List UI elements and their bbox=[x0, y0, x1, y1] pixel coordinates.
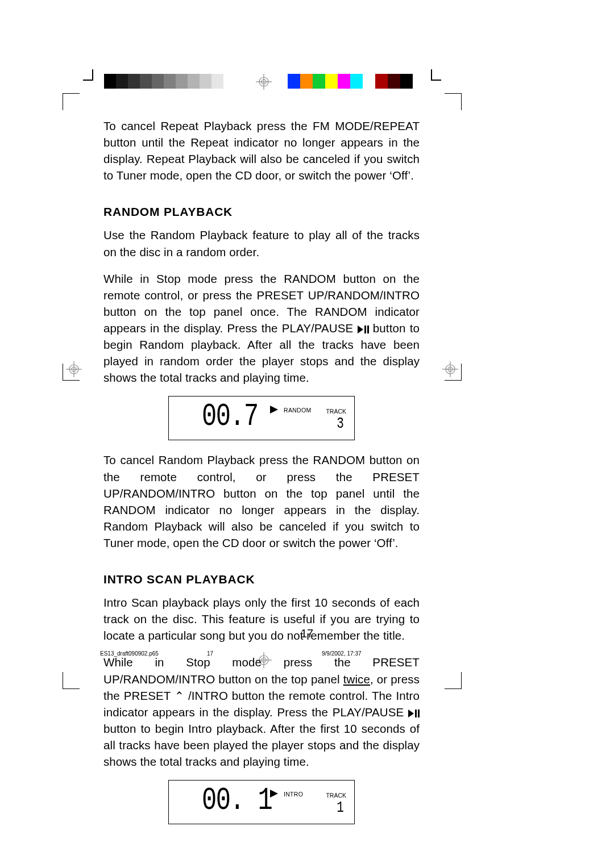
crop-bl bbox=[63, 672, 80, 689]
crop-tick bbox=[431, 69, 432, 80]
svg-rect-18 bbox=[367, 326, 369, 333]
para-random-main: While in Stop mode press the RANDOM butt… bbox=[103, 270, 420, 386]
svg-marker-23 bbox=[270, 790, 278, 798]
footer-filename: ES13_draft090902.p65 bbox=[100, 650, 159, 657]
lcd-display-random: 00.7 RANDOM TRACK 3 bbox=[168, 396, 355, 440]
page-number: 17 bbox=[0, 627, 614, 640]
play-pause-icon bbox=[408, 710, 420, 717]
para-random-intro: Use the Random Playback feature to play … bbox=[103, 227, 420, 260]
lcd-time: 00.7 bbox=[202, 401, 258, 432]
svg-rect-17 bbox=[364, 326, 366, 333]
para-cancel-repeat: To cancel Repeat Playback press the FM M… bbox=[103, 118, 420, 183]
text-frag: button to begin Intro playback. After th… bbox=[103, 722, 420, 768]
crop-tl bbox=[63, 93, 80, 110]
svg-marker-20 bbox=[408, 710, 414, 717]
text-frag: While in Stop mode press the RANDOM butt… bbox=[103, 272, 420, 335]
para-intro-main: While in Stop mode press the PRESET UP/R… bbox=[103, 654, 420, 770]
color-bar bbox=[288, 74, 413, 89]
crop-tick bbox=[92, 69, 93, 80]
registration-mark-left bbox=[66, 361, 82, 377]
lcd-track-label: TRACK bbox=[326, 792, 346, 799]
lcd-mode-label: INTRO bbox=[284, 791, 303, 798]
heading-random: RANDOM PLAYBACK bbox=[103, 205, 420, 219]
lcd-time: 00. 1 bbox=[202, 785, 272, 816]
svg-marker-16 bbox=[358, 326, 363, 333]
para-random-cancel: To cancel Random Playback press the RAND… bbox=[103, 452, 420, 551]
play-icon bbox=[270, 406, 279, 414]
crop-tick bbox=[431, 80, 441, 81]
page-content: To cancel Repeat Playback press the FM M… bbox=[103, 118, 420, 836]
crop-tick bbox=[83, 80, 93, 81]
svg-rect-22 bbox=[418, 710, 420, 717]
lcd-display-intro: 00. 1 INTRO TRACK 1 bbox=[168, 780, 355, 824]
svg-rect-21 bbox=[415, 710, 417, 717]
registration-mark-top bbox=[256, 74, 272, 90]
play-icon bbox=[270, 790, 279, 798]
footer-datetime: 9/9/2002, 17:37 bbox=[322, 650, 362, 657]
heading-intro: INTRO SCAN PLAYBACK bbox=[103, 573, 420, 586]
text-underlined-twice: twice bbox=[343, 673, 370, 686]
registration-mark-right bbox=[442, 361, 458, 377]
preset-up-icon: ⌃ bbox=[175, 690, 184, 702]
lcd-track-label: TRACK bbox=[326, 408, 346, 415]
lcd-mode-label: RANDOM bbox=[284, 407, 311, 414]
lcd-track-value: 3 bbox=[337, 417, 344, 431]
lcd-track-value: 1 bbox=[337, 801, 344, 815]
grayscale-bar bbox=[104, 74, 235, 89]
footer-page: 17 bbox=[207, 650, 213, 657]
crop-br bbox=[445, 672, 462, 689]
crop-tr bbox=[445, 93, 462, 110]
play-pause-icon bbox=[358, 326, 369, 333]
svg-marker-19 bbox=[270, 406, 278, 414]
